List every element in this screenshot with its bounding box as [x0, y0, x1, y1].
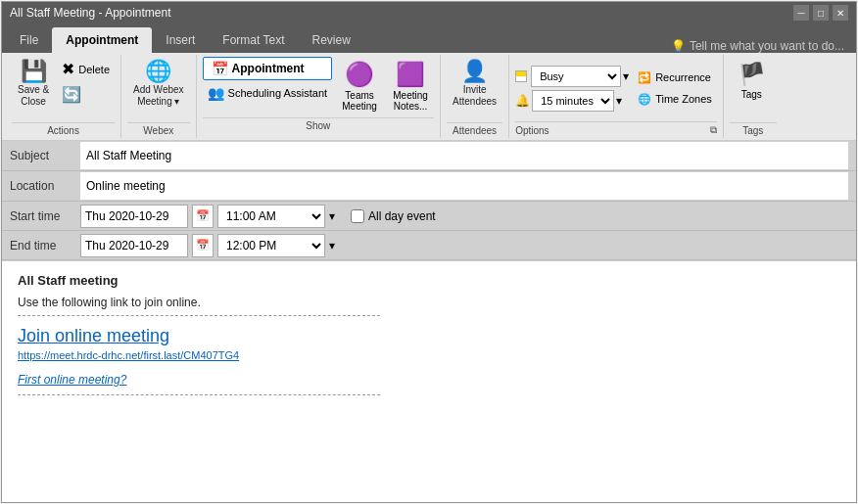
ribbon-group-show: 📅 Appointment 👥 Scheduling Assistant 🟣 T… — [197, 55, 442, 138]
tab-appointment[interactable]: Appointment — [52, 27, 152, 53]
main-window: All Staff Meeting - Appointment ─ □ ✕ Fi… — [1, 1, 857, 503]
timezone-icon: 🌐 — [638, 93, 651, 106]
sync-icon: 🔄 — [62, 85, 81, 104]
end-time-select[interactable]: 12:00 PM 12:30 PM 1:00 PM — [217, 234, 325, 257]
content-heading: All Staff meeting — [18, 273, 840, 288]
ribbon-tab-bar: File Appointment Insert Format Text Revi… — [2, 23, 856, 53]
end-date-input[interactable] — [80, 234, 188, 257]
tab-file[interactable]: File — [6, 27, 52, 53]
tell-me-bar[interactable]: 💡 Tell me what you want to do... — [663, 39, 852, 53]
status-select[interactable]: Busy Free Tentative Out of Office — [531, 66, 621, 87]
form-area: Subject Location Start time 📅 11:00 AM 1… — [2, 141, 856, 260]
join-online-link[interactable]: Join online meeting — [18, 326, 169, 346]
tags-button[interactable]: 🏴 Tags — [730, 57, 774, 105]
tags-group-label: Tags — [730, 122, 777, 138]
options-expand-icon[interactable]: ⧉ — [710, 124, 717, 136]
content-area: All Staff meeting Use the following link… — [2, 260, 856, 502]
scheduling-label: Scheduling Assistant — [228, 87, 328, 99]
actions-group-label: Actions — [12, 122, 115, 138]
end-calendar-button[interactable]: 📅 — [192, 234, 214, 257]
delete-label: Delete — [78, 64, 110, 75]
teams-label: TeamsMeeting — [342, 90, 377, 112]
meeting-notes-button[interactable]: 🟪 MeetingNotes... — [387, 57, 434, 115]
subject-input[interactable] — [80, 142, 848, 169]
save-close-label: Save &Close — [18, 84, 49, 108]
invite-label: InviteAttendees — [453, 84, 497, 108]
end-time-row: End time 📅 12:00 PM 12:30 PM 1:00 PM ▾ — [2, 231, 856, 260]
close-button[interactable]: ✕ — [833, 5, 848, 21]
ribbon-group-attendees: 👤 InviteAttendees Attendees — [441, 55, 509, 138]
meeting-notes-label: MeetingNotes... — [393, 90, 428, 112]
invite-attendees-button[interactable]: 👤 InviteAttendees — [447, 57, 502, 112]
maximize-button[interactable]: □ — [813, 5, 829, 21]
timezone-button[interactable]: 🌐 Time Zones — [633, 90, 717, 109]
tab-review[interactable]: Review — [299, 27, 364, 53]
webex-group-label: Webex — [127, 122, 190, 138]
delete-button[interactable]: ✖ Delete — [57, 57, 115, 81]
intro-text: Use the following link to join online. — [18, 296, 840, 309]
appointment-button[interactable]: 📅 Appointment — [203, 57, 333, 80]
options-selects: Busy Free Tentative Out of Office ▾ 🔔 15… — [515, 66, 629, 112]
status-dropdown-arrow: ▾ — [623, 69, 629, 83]
appointment-stack: 📅 Appointment 👥 Scheduling Assistant — [203, 57, 333, 104]
location-input[interactable] — [80, 172, 848, 200]
reminder-dropdown-arrow: ▾ — [616, 94, 622, 108]
meeting-url-link[interactable]: https://meet.hrdc-drhc.net/first.last/CM… — [18, 349, 239, 361]
actions-content: 💾 Save &Close ✖ Delete 🔄 — [12, 57, 115, 120]
reminder-select[interactable]: 15 minutes 30 minutes 1 hour — [532, 90, 614, 112]
start-date-input[interactable] — [80, 205, 188, 228]
recurrence-button[interactable]: 🔁 Recurrence — [633, 69, 716, 87]
subject-label: Subject — [2, 145, 80, 166]
scheduling-assistant-button[interactable]: 👥 Scheduling Assistant — [203, 82, 333, 104]
recurrence-label: Recurrence — [655, 71, 711, 83]
save-icon: 💾 — [21, 61, 47, 82]
show-group-label: Show — [203, 117, 435, 133]
all-day-checkbox[interactable] — [351, 209, 364, 223]
teams-icon: 🟣 — [345, 61, 374, 88]
recurrence-icon: 🔁 — [638, 71, 651, 84]
invite-icon: 👤 — [461, 61, 488, 82]
start-time-select[interactable]: 11:00 AM 11:30 AM 12:00 PM — [217, 205, 325, 228]
start-calendar-button[interactable]: 📅 — [192, 205, 214, 228]
minimize-button[interactable]: ─ — [793, 5, 809, 21]
ribbon-toolbar: 💾 Save &Close ✖ Delete 🔄 Actions — [2, 53, 856, 141]
tab-format-text[interactable]: Format Text — [209, 27, 298, 53]
delete-sync-col: ✖ Delete 🔄 — [57, 57, 115, 107]
lightbulb-icon: 💡 — [671, 39, 686, 53]
add-webex-button[interactable]: 🌐 Add WebexMeeting ▾ — [127, 57, 190, 112]
teams-meeting-button[interactable]: 🟣 TeamsMeeting — [336, 57, 383, 115]
options-group-label: Options ⧉ — [515, 121, 717, 138]
title-bar: All Staff Meeting - Appointment ─ □ ✕ — [2, 2, 856, 23]
tags-icon: 🏴 — [739, 62, 765, 87]
bottom-divider — [18, 394, 380, 395]
attendees-content: 👤 InviteAttendees — [447, 57, 502, 120]
end-datetime-cell: 📅 12:00 PM 12:30 PM 1:00 PM ▾ — [80, 234, 335, 257]
start-time-arrow: ▾ — [329, 209, 335, 223]
save-close-button[interactable]: 💾 Save &Close — [12, 57, 55, 112]
top-divider — [18, 315, 380, 316]
location-label: Location — [2, 175, 80, 197]
tags-label: Tags — [741, 89, 762, 100]
tags-content: 🏴 Tags — [730, 57, 777, 120]
reminder-row: 🔔 15 minutes 30 minutes 1 hour ▾ — [515, 90, 622, 112]
ribbon-group-webex: 🌐 Add WebexMeeting ▾ Webex — [121, 55, 197, 138]
all-day-container: All day event — [351, 209, 436, 223]
add-webex-label: Add WebexMeeting ▾ — [133, 84, 184, 108]
show-content: 📅 Appointment 👥 Scheduling Assistant 🟣 T… — [203, 57, 435, 115]
window-title: All Staff Meeting - Appointment — [10, 6, 171, 20]
appointment-label: Appointment — [232, 62, 305, 75]
all-day-label: All day event — [368, 209, 436, 223]
first-meeting-link[interactable]: First online meeting? — [18, 373, 126, 387]
ribbon-group-actions: 💾 Save &Close ✖ Delete 🔄 Actions — [6, 55, 121, 138]
end-time-arrow: ▾ — [329, 239, 335, 252]
attendees-group-label: Attendees — [447, 122, 502, 138]
timezone-label: Time Zones — [655, 93, 712, 105]
start-time-row: Start time 📅 11:00 AM 11:30 AM 12:00 PM … — [2, 202, 856, 231]
reminder-bell-icon: 🔔 — [515, 94, 530, 108]
start-time-label: Start time — [2, 206, 80, 227]
tell-me-text: Tell me what you want to do... — [690, 39, 844, 53]
appointment-icon: 📅 — [212, 61, 228, 76]
sync-button[interactable]: 🔄 — [57, 82, 115, 107]
status-row: Busy Free Tentative Out of Office ▾ — [515, 66, 629, 87]
tab-insert[interactable]: Insert — [152, 27, 209, 53]
